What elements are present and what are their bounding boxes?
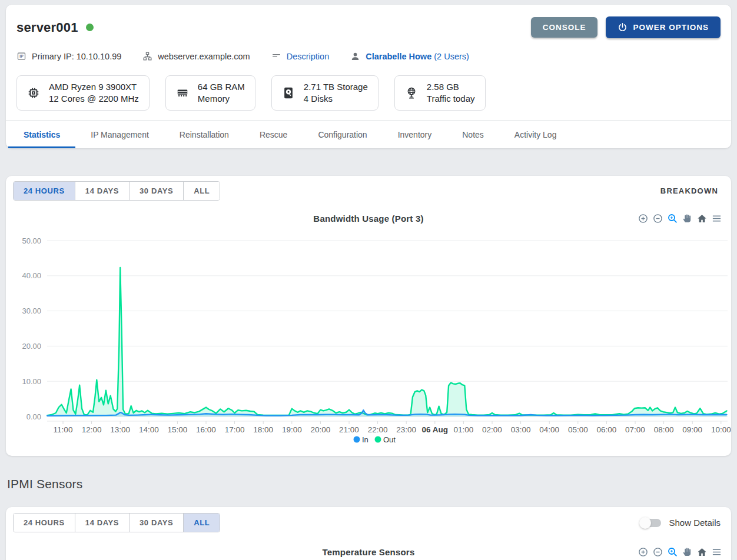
legend-item-out[interactable]: Out xyxy=(375,435,396,444)
server-header-card: server001 CONSOLE POWER OPTIONS IP Prima… xyxy=(6,5,731,148)
notes-icon xyxy=(271,51,281,61)
ipmi-card: 24 HOURS14 DAYS30 DAYSALL Show Details T… xyxy=(6,507,731,560)
x-axis-label: 17:00 xyxy=(225,425,245,434)
disk-icon xyxy=(282,86,295,99)
y-axis-label: 10.00 xyxy=(22,377,41,386)
x-axis-label: 14:00 xyxy=(139,425,159,434)
status-online-dot xyxy=(86,24,94,31)
bandwidth-chart[interactable]: 0.0010.0020.0030.0040.0050.0011:0012:001… xyxy=(13,229,724,448)
x-axis-label: 11:00 xyxy=(54,425,73,434)
x-axis-label: 05:00 xyxy=(568,425,588,434)
x-axis-label: 21:00 xyxy=(339,425,359,434)
ipmi-sensors-heading: IPMI Sensors xyxy=(7,477,731,491)
x-axis-label: 06 Aug xyxy=(422,425,449,434)
x-axis-label: 18:00 xyxy=(253,425,273,434)
ip-icon: IP xyxy=(16,51,26,61)
bandwidth-chart-title: Bandwidth Usage (Port 3) xyxy=(13,214,724,224)
pan-icon[interactable] xyxy=(682,547,692,557)
description-link[interactable]: Description xyxy=(271,51,330,61)
tab-statistics[interactable]: Statistics xyxy=(8,121,75,148)
console-button[interactable]: CONSOLE xyxy=(531,17,598,38)
x-axis-label: 02:00 xyxy=(482,425,502,434)
breakdown-button[interactable]: BREAKDOWN xyxy=(655,182,724,200)
bandwidth-range-group: 24 HOURS14 DAYS30 DAYSALL xyxy=(13,181,220,201)
y-axis-label: 20.00 xyxy=(22,342,41,351)
temperature-chart-title: Temperature Sensors xyxy=(13,547,724,557)
ipmi-range-24-hours[interactable]: 24 HOURS xyxy=(14,514,75,532)
power-options-label: POWER OPTIONS xyxy=(633,23,709,32)
traffic-spec-card: 2.58 GBTraffic today xyxy=(394,75,486,111)
ram-spec-card: 64 GB RAMMemory xyxy=(165,75,255,111)
power-options-button[interactable]: POWER OPTIONS xyxy=(606,16,721,38)
svg-text:Out: Out xyxy=(383,435,396,444)
bandwidth-chart-toolbar xyxy=(638,214,722,224)
tab-reinstallation[interactable]: Reinstallation xyxy=(164,121,244,148)
legend-item-in[interactable]: In xyxy=(354,435,368,444)
bandwidth-range-all[interactable]: ALL xyxy=(183,182,220,200)
x-axis-label: 22:00 xyxy=(368,425,388,434)
x-axis-label: 06:00 xyxy=(597,425,617,434)
ipmi-range-all[interactable]: ALL xyxy=(183,514,220,532)
cpu-spec-card: AMD Ryzen 9 3900XT12 Cores @ 2200 MHz xyxy=(16,75,150,111)
x-axis-label: 12:00 xyxy=(82,425,102,434)
bandwidth-range-14-days[interactable]: 14 DAYS xyxy=(75,182,129,200)
x-axis-label: 16:00 xyxy=(196,425,216,434)
primary-ip: IP Primary IP: 10.10.10.99 xyxy=(16,51,121,61)
pan-icon[interactable] xyxy=(682,214,692,224)
traffic-icon xyxy=(405,86,418,99)
y-axis-label: 0.00 xyxy=(26,412,41,421)
menu-icon[interactable] xyxy=(712,214,722,224)
tab-rescue[interactable]: Rescue xyxy=(244,121,303,148)
y-axis-label: 30.00 xyxy=(22,306,41,315)
toggle-knob[interactable] xyxy=(639,517,651,529)
bandwidth-range-24-hours[interactable]: 24 HOURS xyxy=(14,182,75,200)
bandwidth-range-30-days[interactable]: 30 DAYS xyxy=(129,182,183,200)
x-axis-label: 07:00 xyxy=(625,425,645,434)
toggle-track[interactable] xyxy=(641,519,661,527)
person-icon xyxy=(350,51,360,61)
x-axis-label: 15:00 xyxy=(168,425,188,434)
owner-link[interactable]: Clarabelle Howe (2 Users) xyxy=(350,51,469,61)
bandwidth-card: 24 HOURS14 DAYS30 DAYSALL BREAKDOWN Band… xyxy=(6,176,731,456)
series-area-out xyxy=(47,268,726,416)
ram-icon xyxy=(176,86,189,99)
ipmi-range-30-days[interactable]: 30 DAYS xyxy=(129,514,183,532)
zoom-in-icon[interactable] xyxy=(638,214,648,224)
page-title: server001 xyxy=(16,20,78,35)
x-axis-label: 08:00 xyxy=(654,425,674,434)
tab-ip-management[interactable]: IP Management xyxy=(75,121,164,148)
home-icon[interactable] xyxy=(697,214,707,224)
power-icon xyxy=(618,22,628,32)
x-axis-label: 20:00 xyxy=(311,425,331,434)
selection-zoom-icon[interactable] xyxy=(668,214,678,224)
x-axis-label: 01:00 xyxy=(454,425,474,434)
tab-configuration[interactable]: Configuration xyxy=(303,121,382,148)
x-axis-label: 23:00 xyxy=(396,425,416,434)
ipmi-range-group: 24 HOURS14 DAYS30 DAYSALL xyxy=(13,513,220,532)
x-axis-label: 09:00 xyxy=(682,425,702,434)
hostname: webserver.example.com xyxy=(142,51,250,61)
tab-notes[interactable]: Notes xyxy=(447,121,499,148)
series-line-out xyxy=(47,268,726,415)
home-icon[interactable] xyxy=(697,547,707,557)
x-axis-label: 13:00 xyxy=(110,425,130,434)
y-axis-label: 40.00 xyxy=(22,271,41,280)
show-details-toggle[interactable]: Show Details xyxy=(641,518,724,528)
show-details-label: Show Details xyxy=(669,518,721,528)
x-axis-label: 04:00 xyxy=(539,425,559,434)
x-axis-label: 19:00 xyxy=(282,425,302,434)
temperature-chart-toolbar xyxy=(638,547,722,557)
menu-icon[interactable] xyxy=(712,547,722,557)
x-axis-label: 10:00 xyxy=(711,425,731,434)
zoom-out-icon[interactable] xyxy=(653,214,663,224)
zoom-in-icon[interactable] xyxy=(638,547,648,557)
zoom-out-icon[interactable] xyxy=(653,547,663,557)
svg-text:IP: IP xyxy=(19,54,24,58)
selection-zoom-icon[interactable] xyxy=(668,547,678,557)
cpu-icon xyxy=(27,86,40,99)
network-icon xyxy=(142,51,152,61)
ipmi-range-14-days[interactable]: 14 DAYS xyxy=(75,514,129,532)
tab-activity-log[interactable]: Activity Log xyxy=(499,121,572,148)
y-axis-label: 50.00 xyxy=(22,236,41,245)
tab-inventory[interactable]: Inventory xyxy=(383,121,447,148)
